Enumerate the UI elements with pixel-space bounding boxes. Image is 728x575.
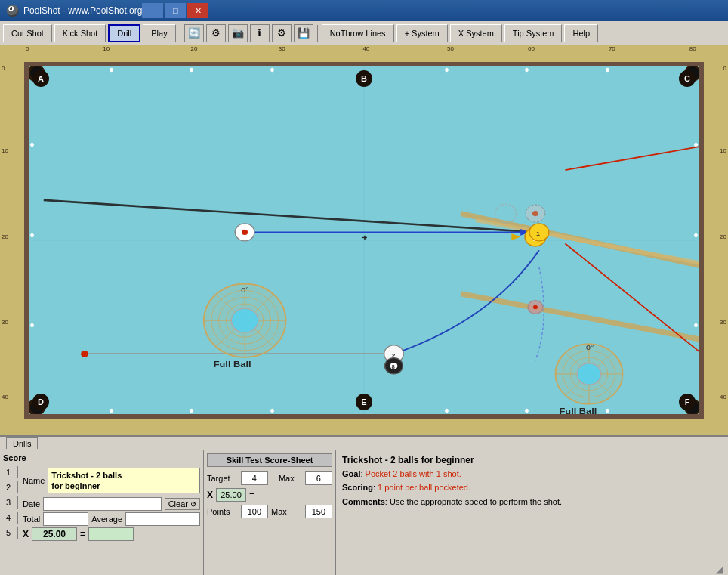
avg-label: Average	[91, 515, 122, 524]
svg-marker-39	[511, 233, 520, 240]
drills-tab-item[interactable]: Drills	[6, 437, 38, 449]
camera-button[interactable]: 📷	[228, 24, 248, 42]
name-display: Trickshot - 2 ballsfor beginner	[48, 468, 200, 494]
score-panel: Score 1 2 3	[0, 450, 204, 575]
svg-line-8	[565, 147, 699, 170]
help-button[interactable]: Help	[564, 24, 598, 42]
max-label: Max	[271, 474, 302, 483]
table-area[interactable]: 0 10 20 30 40 50 60 70 80 0 10 20 30 40 …	[0, 45, 728, 435]
date-input[interactable]	[43, 497, 161, 511]
main-area: 0 10 20 30 40 50 60 70 80 0 10 20 30 40 …	[0, 45, 728, 575]
title-text: PoolShot - www.PoolShot.org	[23, 5, 142, 16]
formula-row: X 25.00 =	[23, 527, 200, 541]
skill-x-label: X	[207, 490, 213, 500]
score-row-5: 5	[3, 526, 18, 539]
target-label: Target	[207, 474, 238, 483]
toolbar-separator-1	[180, 25, 180, 42]
maximize-button[interactable]: □	[165, 3, 186, 18]
settings-button[interactable]: ⚙	[206, 24, 226, 42]
svg-point-11	[495, 204, 517, 223]
kick-shot-button[interactable]: Kick Shot	[54, 24, 106, 42]
points-max-input[interactable]: 150	[305, 505, 332, 518]
x-system-button[interactable]: X System	[450, 24, 502, 42]
tip-system-button[interactable]: Tip System	[504, 24, 563, 42]
svg-text:Full Ball: Full Ball	[560, 407, 597, 414]
skill-multiplier: 25.00	[216, 488, 246, 502]
info-comments: Comments: Use the appropriate speed to p…	[342, 496, 722, 508]
drills-tab: Drills	[0, 437, 728, 450]
pocket-label-d: D	[32, 394, 49, 410]
app-icon: 🎱	[6, 5, 19, 17]
score-input-2[interactable]	[17, 481, 18, 493]
skill-target-row: Target 4 Max 6	[207, 471, 332, 485]
score-input-5[interactable]	[17, 527, 18, 539]
table-svg: 0° Full Ball 0° Full Ball	[29, 66, 699, 414]
score-row-2: 2	[3, 481, 18, 494]
refresh-button[interactable]: 🔄	[184, 24, 204, 42]
resize-handle[interactable]: ◢	[716, 564, 725, 573]
info-scoring: Scoring: 1 point per ball pocketed.	[342, 482, 722, 493]
score-header: Score	[3, 453, 200, 462]
minimize-button[interactable]: −	[142, 3, 163, 18]
goal-text: Pocket 2 balls with 1 shot.	[366, 469, 461, 478]
avg-input[interactable]	[125, 512, 200, 526]
points-row: Points 100 Max 150	[207, 505, 332, 518]
equals-label: =	[80, 529, 85, 539]
result-display	[88, 527, 134, 541]
score-input-3[interactable]	[17, 496, 18, 509]
pool-table[interactable]: A B C D E F	[24, 62, 704, 419]
drill-button[interactable]: Drill	[108, 24, 140, 42]
save-button[interactable]: 💾	[294, 24, 313, 42]
pocket-label-b: B	[356, 70, 372, 87]
close-button[interactable]: ✕	[187, 3, 208, 18]
ruler-left: 0 10 20 30 40	[0, 62, 24, 419]
max-input[interactable]: 6	[305, 471, 332, 485]
plus-system-button[interactable]: + System	[396, 24, 448, 42]
play-button[interactable]: Play	[143, 24, 175, 42]
no-throw-button[interactable]: NoThrow Lines	[322, 24, 394, 42]
svg-point-35	[242, 230, 248, 235]
svg-line-5	[461, 294, 699, 341]
svg-point-53	[533, 305, 538, 309]
score-num-2: 2	[3, 483, 14, 492]
svg-point-21	[231, 308, 258, 332]
svg-line-4	[476, 220, 699, 264]
points-max-label: Max	[271, 507, 302, 516]
info-button[interactable]: ℹ	[250, 24, 270, 42]
goal-label: Goal	[342, 469, 360, 478]
scoring-label: Scoring	[342, 483, 373, 492]
svg-text:Full Ball: Full Ball	[214, 360, 251, 369]
cut-shot-button[interactable]: Cut Shot	[3, 24, 52, 42]
bottom-content: Score 1 2 3	[0, 450, 728, 575]
score-input-1[interactable]	[17, 466, 18, 478]
gear-button[interactable]: ⚙	[272, 24, 292, 42]
clear-label: Clear	[168, 499, 188, 509]
info-goal: Goal: Pocket 2 balls with 1 shot.	[342, 468, 722, 480]
total-input[interactable]	[43, 512, 88, 526]
target-input[interactable]: 4	[241, 471, 268, 485]
svg-text:0°: 0°	[241, 286, 248, 294]
titlebar: 🎱 PoolShot - www.PoolShot.org − □ ✕	[0, 0, 728, 21]
refresh-icon: ↺	[190, 500, 196, 509]
info-title: Trickshot - 2 balls for beginner	[342, 455, 722, 465]
x-label: X	[23, 529, 29, 539]
clear-button[interactable]: Clear ↺	[165, 498, 200, 510]
pocket-label-f: F	[679, 394, 696, 410]
comments-text: Use the appropriate speed to perform the…	[390, 497, 562, 506]
toolbar: Cut Shot Kick Shot Drill Play 🔄 ⚙ 📷 ℹ ⚙ …	[0, 21, 728, 45]
svg-text:8: 8	[392, 363, 395, 369]
info-panel: Trickshot - 2 balls for beginner Goal: P…	[336, 450, 728, 575]
score-input-4[interactable]	[17, 512, 18, 524]
score-row-3: 3	[3, 496, 18, 509]
bottom-panel: Drills Score 1 2	[0, 435, 728, 575]
ruler-right: 0 10 20 30 40	[704, 62, 728, 419]
svg-text:0°: 0°	[586, 344, 594, 351]
skill-multiplier-row: X 25.00 =	[207, 488, 332, 502]
date-label: Date	[23, 499, 40, 509]
multiplier-display: 25.00	[32, 527, 77, 541]
skill-test-header: Skill Test Score-Sheet	[207, 453, 332, 467]
score-row-1: 1	[3, 465, 18, 479]
points-input[interactable]: 100	[241, 505, 268, 518]
toolbar-separator-2	[317, 25, 318, 42]
name-row: Name Trickshot - 2 ballsfor beginner	[23, 465, 200, 496]
